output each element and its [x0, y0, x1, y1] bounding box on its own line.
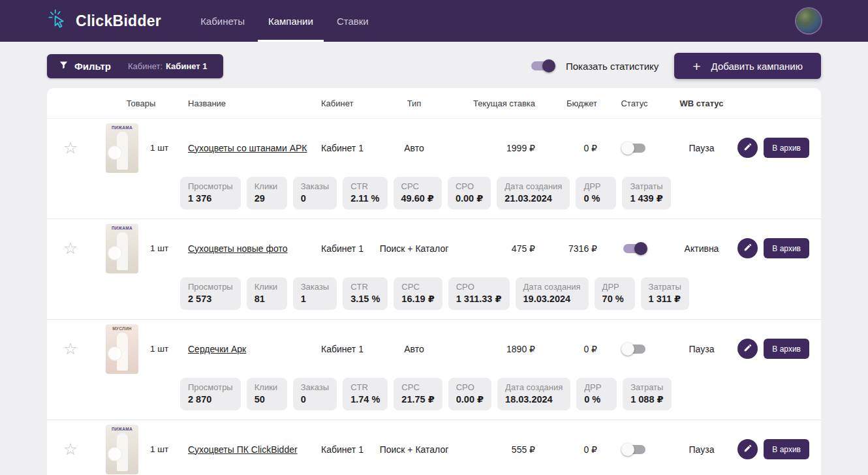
user-avatar[interactable] [796, 8, 821, 33]
toggle-knob [542, 59, 555, 72]
stat-chip: CPC 49.60 ₽ [394, 177, 442, 209]
stat-chip-label: Просмотры [188, 181, 233, 191]
stat-chip: Клики 29 [247, 177, 287, 209]
budget: 7316 ₽ [535, 243, 597, 254]
stat-chip-value: 1 088 ₽ [630, 394, 663, 405]
pencil-icon [743, 142, 752, 153]
archive-button[interactable]: В архив [764, 339, 809, 359]
product-image[interactable]: ПИЖАМА [106, 224, 138, 273]
col-current-bid: Текущая ставка [458, 99, 535, 108]
stat-chip: CTR 2.11 % [343, 177, 387, 209]
stat-chip: Затраты 1 088 ₽ [623, 378, 671, 410]
archive-button[interactable]: В архив [764, 439, 809, 459]
wb-status: Пауза [672, 444, 732, 455]
campaign-type: Авто [370, 143, 458, 153]
favorite-star-icon[interactable]: ☆ [63, 140, 78, 156]
filter-button[interactable]: Фильтр Кабинет: Кабинет 1 [47, 54, 223, 78]
stat-chip-value: 1 376 [188, 193, 233, 204]
stat-chip: CPC 21.75 ₽ [394, 378, 442, 410]
status-toggle[interactable] [621, 343, 647, 356]
stat-chip: Дата создания 21.03.2024 [497, 177, 570, 209]
filter-field-label: Кабинет: [128, 61, 163, 71]
stat-chip-value: 0 % [583, 193, 608, 204]
edit-button[interactable] [737, 339, 758, 359]
filter-label: Фильтр [74, 61, 111, 72]
tab-bids[interactable]: Ставки [337, 0, 369, 42]
stat-chip-value: 1 311 ₽ [649, 294, 681, 305]
edit-button[interactable] [737, 238, 758, 258]
archive-button[interactable]: В архив [764, 138, 809, 158]
product-count: 1 шт [150, 344, 188, 354]
toggle-knob [634, 242, 647, 255]
stat-chip-label: Просмотры [188, 282, 233, 292]
product-count: 1 шт [150, 243, 188, 253]
favorite-star-icon[interactable]: ☆ [63, 341, 78, 357]
edit-button[interactable] [737, 439, 758, 459]
edit-button[interactable] [737, 138, 758, 158]
status-toggle[interactable] [621, 242, 647, 255]
product-image-label: ПИЖАМА [106, 123, 138, 130]
wb-status: Пауза [672, 344, 732, 354]
archive-button[interactable]: В архив [764, 238, 809, 258]
row-main: ☆ МУСЛИН 1 шт Сердечки Арк Кабинет 1 Авт… [47, 320, 821, 378]
stat-chip-label: Затраты [649, 282, 681, 292]
stat-chip-value: 1.74 % [350, 394, 380, 405]
stat-chip-label: Дата создания [504, 181, 562, 191]
stat-chip: ДРР 70 % [595, 277, 635, 310]
stat-chip-label: Дата создания [523, 282, 581, 292]
product-image-label: МУСЛИН [106, 324, 138, 331]
main-nav: Кабинеты Кампании Ставки [200, 0, 369, 42]
pencil-icon [743, 444, 752, 455]
row-main: ☆ ПИЖАМА 1 шт Сухоцветы со штанами АРК К… [47, 119, 821, 177]
col-status: Статус [597, 99, 672, 108]
show-stats-toggle[interactable] [529, 59, 555, 72]
stat-chip-value: 0.00 ₽ [456, 193, 483, 204]
row-actions: В архив [732, 238, 821, 258]
stat-chip: Заказы 0 [293, 378, 337, 410]
stats-chips: Просмотры 2 573 Клики 81 Заказы 1 CTR 3.… [47, 277, 821, 319]
product-image[interactable]: ПИЖАМА [106, 123, 138, 173]
stat-chip-value: 1 [301, 294, 329, 305]
tab-campaigns[interactable]: Кампании [268, 0, 313, 42]
row-main: ☆ ПИЖАМА 1 шт Сухоцветы ПК ClickBidder К… [47, 420, 821, 475]
campaign-type: Поиск + Каталог [370, 243, 458, 254]
product-image[interactable]: ПИЖАМА [106, 425, 138, 474]
table-row: ☆ ПИЖАМА 1 шт Сухоцветы новые фото Кабин… [47, 219, 821, 320]
product-count: 1 шт [150, 143, 188, 153]
campaign-name-link[interactable]: Сухоцветы со штанами АРК [188, 143, 307, 153]
row-main: ☆ ПИЖАМА 1 шт Сухоцветы новые фото Кабин… [47, 219, 821, 277]
tab-cabinets[interactable]: Кабинеты [200, 0, 245, 42]
filter-field-value: Кабинет 1 [166, 61, 207, 71]
stat-chip-value: 70 % [602, 294, 627, 305]
stat-chip-value: 2 573 [188, 294, 233, 305]
product-image[interactable]: МУСЛИН [106, 324, 138, 374]
campaign-name-link[interactable]: Сухоцветы ПК ClickBidder [188, 444, 298, 455]
stat-chip-label: Дата создания [505, 382, 563, 392]
status-toggle[interactable] [621, 443, 647, 456]
status-toggle[interactable] [621, 142, 647, 155]
filter-active-chip: Кабинет: Кабинет 1 [128, 61, 208, 71]
stat-chip: CPO 0.00 ₽ [448, 177, 491, 209]
wb-status: Пауза [672, 143, 732, 153]
campaign-name-link[interactable]: Сердечки Арк [188, 344, 246, 354]
campaigns-card: Товары Название Кабинет Тип Текущая став… [47, 88, 821, 475]
show-stats-label: Показать статистику [566, 61, 659, 72]
campaign-type: Поиск + Каталог [370, 444, 458, 455]
current-bid: 475 ₽ [458, 243, 535, 254]
stat-chip: CPO 1 311.33 ₽ [448, 277, 510, 310]
favorite-star-icon[interactable]: ☆ [63, 240, 78, 256]
stat-chip-value: 16.19 ₽ [401, 294, 434, 305]
stat-chip: ДРР 0 % [576, 177, 616, 209]
stat-chip-value: 19.03.2024 [523, 294, 581, 305]
favorite-star-icon[interactable]: ☆ [63, 441, 78, 457]
pencil-icon [743, 243, 752, 254]
stat-chip-label: ДРР [602, 282, 627, 292]
stat-chip-value: 2.11 % [350, 193, 379, 204]
stat-chip-value: 21.75 ₽ [401, 394, 434, 405]
add-campaign-button[interactable]: + Добавить кампанию [674, 53, 821, 79]
stat-chip-label: Заказы [301, 181, 329, 191]
campaign-name-link[interactable]: Сухоцветы новые фото [188, 243, 287, 254]
stat-chip-label: Затраты [630, 382, 663, 392]
stat-chip: CTR 3.15 % [343, 277, 388, 310]
stat-chip: Клики 50 [247, 378, 287, 410]
